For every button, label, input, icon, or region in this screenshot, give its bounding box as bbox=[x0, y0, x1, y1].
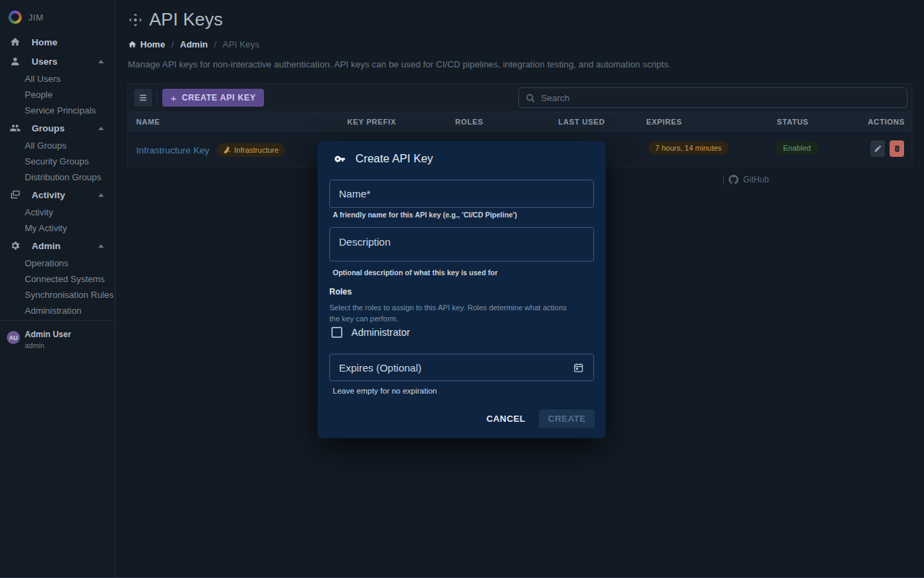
description-helper-text: Optional description of what this key is… bbox=[333, 268, 498, 277]
cancel-button[interactable]: CANCEL bbox=[481, 409, 531, 428]
description-input-label: Description bbox=[339, 236, 390, 248]
create-api-key-modal: Create API Key Name* A friendly name for… bbox=[318, 141, 606, 438]
administrator-label: Administrator bbox=[351, 327, 410, 338]
calendar-icon[interactable] bbox=[573, 362, 584, 374]
name-input-label: Name* bbox=[339, 188, 371, 200]
modal-title: Create API Key bbox=[334, 152, 433, 165]
expires-input[interactable]: Expires (Optional) bbox=[329, 354, 594, 381]
key-icon bbox=[334, 153, 346, 165]
name-input[interactable]: Name* bbox=[329, 180, 594, 208]
administrator-checkbox-row[interactable]: Administrator bbox=[331, 327, 410, 338]
expires-helper-text: Leave empty for no expiration bbox=[333, 387, 437, 395]
expires-input-label: Expires (Optional) bbox=[339, 362, 421, 374]
roles-helper-text: Select the roles to assign to this API k… bbox=[329, 302, 574, 324]
description-input[interactable]: Description bbox=[329, 227, 594, 261]
modal-actions: CANCEL CREATE bbox=[481, 409, 595, 428]
roles-label: Roles bbox=[329, 287, 352, 297]
create-button[interactable]: CREATE bbox=[539, 409, 595, 428]
name-helper-text: A friendly name for this API key (e.g., … bbox=[333, 211, 517, 219]
checkbox-unchecked[interactable] bbox=[331, 327, 342, 338]
